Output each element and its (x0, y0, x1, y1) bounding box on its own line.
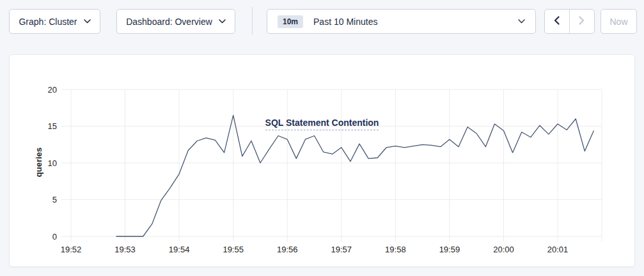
time-range-label: Past 10 Minutes (313, 17, 377, 27)
graph-dropdown[interactable]: Graph: Cluster (9, 9, 100, 34)
chart-panel: 0510152019:5219:5319:5419:5519:5619:5719… (9, 54, 635, 267)
svg-text:19:52: 19:52 (61, 245, 82, 254)
svg-text:20: 20 (48, 85, 57, 95)
chart-title[interactable]: SQL Statement Contention (265, 118, 379, 130)
previous-interval-button[interactable] (545, 10, 570, 33)
time-range-selector[interactable]: 10m Past 10 Minutes (267, 9, 536, 34)
chevron-down-icon (518, 19, 525, 24)
now-button[interactable]: Now (601, 9, 637, 34)
chart-line (116, 115, 594, 236)
sql-contention-chart: 0510152019:5219:5319:5419:5519:5619:5719… (10, 55, 636, 268)
chevron-right-icon (579, 16, 585, 27)
topbar-divider (252, 7, 253, 34)
next-interval-button[interactable] (570, 10, 595, 33)
svg-text:19:54: 19:54 (169, 245, 190, 254)
svg-text:19:53: 19:53 (114, 245, 136, 254)
svg-text:5: 5 (52, 195, 57, 204)
graph-dropdown-label: Graph: Cluster (19, 17, 77, 27)
chevron-down-icon (84, 19, 91, 24)
time-step-group (544, 9, 595, 34)
svg-text:queries: queries (34, 148, 43, 177)
svg-text:20:00: 20:00 (493, 245, 514, 254)
chevron-down-icon (219, 19, 226, 24)
svg-text:19:57: 19:57 (331, 245, 352, 254)
svg-text:19:55: 19:55 (223, 245, 244, 254)
time-range-badge: 10m (278, 15, 303, 28)
svg-text:19:56: 19:56 (277, 245, 298, 254)
dashboard-dropdown-label: Dashboard: Overview (126, 17, 212, 27)
svg-text:10: 10 (48, 158, 57, 168)
now-button-label: Now (609, 17, 627, 27)
svg-text:20:01: 20:01 (547, 245, 569, 254)
dashboard-dropdown[interactable]: Dashboard: Overview (116, 9, 235, 34)
svg-text:19:58: 19:58 (385, 245, 406, 254)
chevron-left-icon (554, 16, 560, 27)
svg-text:0: 0 (52, 232, 57, 241)
svg-text:19:59: 19:59 (439, 245, 460, 254)
